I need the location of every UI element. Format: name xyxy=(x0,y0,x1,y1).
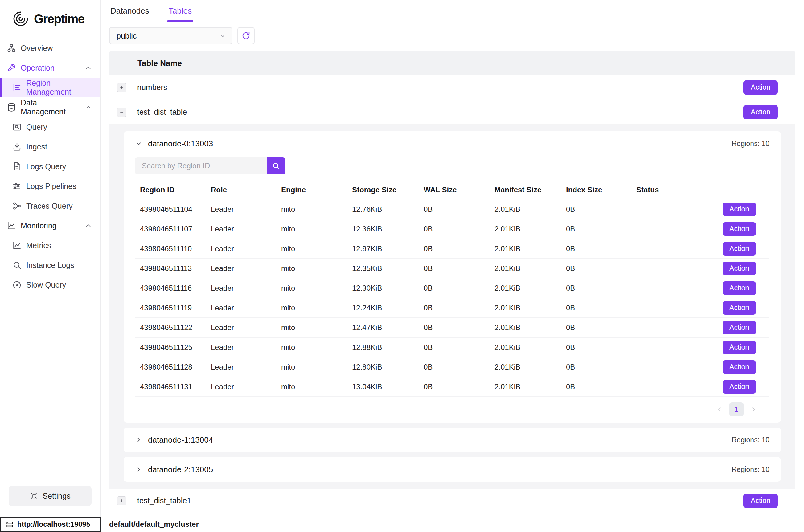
region-action-button[interactable]: Action xyxy=(723,242,756,255)
sidebar-item-traces-query[interactable]: Traces Query xyxy=(0,196,100,216)
region-id-cell: 4398046511113 xyxy=(135,259,206,278)
region-action-button[interactable]: Action xyxy=(723,203,756,216)
region-action-button[interactable]: Action xyxy=(723,360,756,374)
region-row: 4398046511131 Leader mito 13.04KiB 0B 2.… xyxy=(135,377,769,397)
wal-size-cell: 0B xyxy=(419,239,490,259)
sidebar-item-monitoring[interactable]: Monitoring xyxy=(0,216,100,235)
sidebar-item-logs-pipelines[interactable]: Logs Pipelines xyxy=(0,176,100,196)
tab-tables[interactable]: Tables xyxy=(169,0,192,22)
status-cell xyxy=(631,318,714,338)
action-button[interactable]: Action xyxy=(743,494,778,508)
col-action xyxy=(714,181,769,200)
sidebar-item-query[interactable]: Query xyxy=(0,117,100,137)
sidebar: Greptime Overview Operation Region Manag… xyxy=(0,0,100,517)
sidebar-item-metrics[interactable]: Metrics xyxy=(0,235,100,255)
region-action-button[interactable]: Action xyxy=(723,321,756,335)
region-action-button[interactable]: Action xyxy=(723,262,756,275)
toolbar: public xyxy=(109,27,796,44)
engine-cell: mito xyxy=(276,357,347,377)
sidebar-item-ingest[interactable]: Ingest xyxy=(0,137,100,156)
tables-list-header: Table Name xyxy=(109,51,796,75)
sidebar-item-instance-logs[interactable]: Instance Logs xyxy=(0,255,100,275)
refresh-button[interactable] xyxy=(237,27,255,44)
metrics-icon xyxy=(12,241,22,250)
region-id-cell: 4398046511107 xyxy=(135,219,206,239)
sidebar-item-label: Ingest xyxy=(26,142,47,151)
wal-size-cell: 0B xyxy=(419,298,490,318)
regions-count: Regions: 10 xyxy=(731,140,769,148)
chevron-down-icon xyxy=(218,32,227,40)
datanode-name: datanode-0:13003 xyxy=(148,139,213,149)
chevron-right-icon[interactable] xyxy=(750,406,757,413)
manifest-size-cell: 2.01KiB xyxy=(490,318,561,338)
manifest-size-cell: 2.01KiB xyxy=(490,239,561,259)
chevron-left-icon[interactable] xyxy=(716,406,723,413)
cluster-name: default/default_mycluster xyxy=(100,517,199,532)
gear-icon xyxy=(30,492,38,500)
role-cell: Leader xyxy=(206,338,276,357)
host-url: http://localhost:19095 xyxy=(17,520,90,529)
col-role: Role xyxy=(206,181,276,200)
page-button[interactable]: 1 xyxy=(729,402,744,416)
index-size-cell: 0B xyxy=(561,298,631,318)
datanode-header[interactable]: datanode-2:13005 Regions: 10 xyxy=(123,457,781,482)
region-row: 4398046511113 Leader mito 12.35KiB 0B 2.… xyxy=(135,259,769,278)
sidebar-item-label: Operation xyxy=(21,63,55,72)
region-action-button[interactable]: Action xyxy=(723,222,756,236)
action-button[interactable]: Action xyxy=(743,80,778,95)
settings-button[interactable]: Settings xyxy=(8,486,92,506)
expand-button[interactable] xyxy=(117,83,127,92)
region-row: 4398046511104 Leader mito 12.76KiB 0B 2.… xyxy=(135,200,769,219)
role-cell: Leader xyxy=(206,239,276,259)
storage-size-cell: 12.30KiB xyxy=(347,278,419,298)
region-action-button[interactable]: Action xyxy=(723,301,756,315)
region-id-cell: 4398046511125 xyxy=(135,338,206,357)
search-button[interactable] xyxy=(267,157,285,174)
wal-size-cell: 0B xyxy=(419,318,490,338)
wal-size-cell: 0B xyxy=(419,338,490,357)
expand-button[interactable] xyxy=(117,496,127,506)
sidebar-nav: Overview Operation Region Management Dat… xyxy=(0,36,100,486)
region-action-button[interactable]: Action xyxy=(723,380,756,394)
database-select-value: public xyxy=(117,32,137,40)
sidebar-item-logs-query[interactable]: Logs Query xyxy=(0,156,100,176)
sidebar-item-data-management[interactable]: Data Management xyxy=(0,97,100,117)
sidebar-item-operation[interactable]: Operation xyxy=(0,58,100,78)
index-size-cell: 0B xyxy=(561,239,631,259)
brand-logo[interactable]: Greptime xyxy=(0,0,100,36)
sidebar-item-region-management[interactable]: Region Management xyxy=(0,78,100,97)
host-indicator[interactable]: http://localhost:19095 xyxy=(0,517,100,532)
sitemap-icon xyxy=(7,43,16,53)
sidebar-item-label: Metrics xyxy=(26,241,51,250)
region-row: 4398046511107 Leader mito 12.36KiB 0B 2.… xyxy=(135,219,769,239)
logs-query-icon xyxy=(12,162,22,171)
region-action-button[interactable]: Action xyxy=(723,341,756,354)
index-size-cell: 0B xyxy=(561,318,631,338)
region-id-cell: 4398046511122 xyxy=(135,318,206,338)
tab-datanodes[interactable]: Datanodes xyxy=(110,0,149,22)
collapse-button[interactable] xyxy=(117,108,127,117)
datanode-header[interactable]: datanode-0:13003 Regions: 10 xyxy=(123,131,781,156)
status-bar: http://localhost:19095 default/default_m… xyxy=(0,517,804,532)
database-select[interactable]: public xyxy=(109,27,232,44)
region-action-button[interactable]: Action xyxy=(723,281,756,295)
col-storage-size: Storage Size xyxy=(347,181,419,200)
datanode-header[interactable]: datanode-1:13004 Regions: 10 xyxy=(123,428,781,452)
sidebar-item-slow-query[interactable]: Slow Query xyxy=(0,275,100,294)
region-id-cell: 4398046511119 xyxy=(135,298,206,318)
sidebar-item-label: Logs Query xyxy=(26,162,66,171)
chevron-right-icon xyxy=(135,436,142,443)
sidebar-item-overview[interactable]: Overview xyxy=(0,38,100,58)
region-row: 4398046511119 Leader mito 12.24KiB 0B 2.… xyxy=(135,298,769,318)
role-cell: Leader xyxy=(206,219,276,239)
index-size-cell: 0B xyxy=(561,278,631,298)
region-search-input[interactable] xyxy=(135,157,267,174)
action-button[interactable]: Action xyxy=(743,105,778,119)
chevron-up-icon xyxy=(84,64,92,72)
storage-size-cell: 12.24KiB xyxy=(347,298,419,318)
refresh-icon xyxy=(242,31,251,40)
engine-cell: mito xyxy=(276,259,347,278)
status-cell xyxy=(631,357,714,377)
engine-cell: mito xyxy=(276,200,347,219)
pipelines-icon xyxy=(12,182,22,191)
